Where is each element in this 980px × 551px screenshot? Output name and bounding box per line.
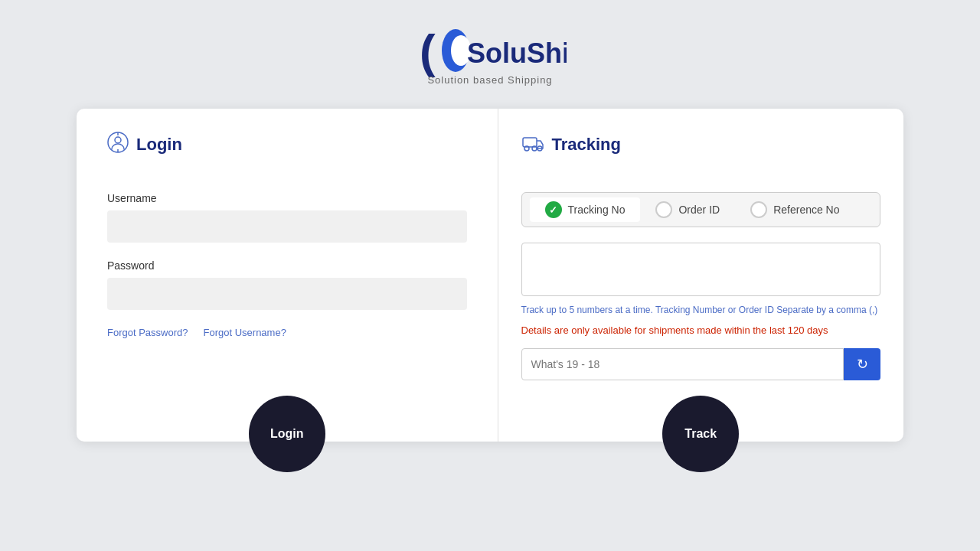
password-group: Password [107,259,467,310]
captcha-refresh-button[interactable]: ↻ [844,348,880,380]
forgot-username-link[interactable]: Forgot Username? [204,327,286,338]
svg-point-5 [115,137,121,143]
captcha-input[interactable] [521,348,844,380]
password-input[interactable] [107,278,467,310]
login-title-bar: Login [107,132,467,169]
track-button[interactable]: Track [662,396,739,472]
svg-rect-8 [523,138,537,147]
logo-subtitle: Solution based Shipping [427,74,552,86]
password-label: Password [107,259,467,272]
radio-tracking-no[interactable]: Tracking No [530,197,641,222]
tracking-warning: Details are only available for shipments… [521,324,881,336]
radio-reference-no-circle [750,201,767,218]
username-input[interactable] [107,210,467,243]
header: ( SoluShip Solution based Shipping [0,0,980,101]
track-button-wrapper: Track [662,396,739,472]
username-group: Username [107,192,467,243]
logo-container: ( SoluShip Solution based Shipping [413,23,567,86]
radio-order-id[interactable]: Order ID [640,197,735,222]
tracking-panel: Tracking Tracking No Order ID Reference … [498,109,904,442]
svg-text:SoluShip: SoluShip [467,37,567,69]
login-title: Login [136,135,182,155]
radio-reference-no-label: Reference No [773,204,839,216]
logo-icon: ( SoluShip [413,23,567,80]
username-label: Username [107,192,467,204]
user-icon [107,132,129,158]
captcha-row: ↻ [521,348,881,380]
forgot-password-link[interactable]: Forgot Password? [107,327,188,338]
radio-order-id-circle [655,201,672,218]
form-links: Forgot Password? Forgot Username? [107,327,467,338]
tracking-title: Tracking [552,135,621,155]
tracking-radio-group: Tracking No Order ID Reference No [521,192,881,227]
tracking-textarea[interactable] [521,243,881,296]
svg-text:(: ( [420,24,436,77]
login-button-wrapper: Login [249,396,325,472]
tracking-hint: Track up to 5 numbers at a time. Trackin… [521,304,881,317]
radio-order-id-label: Order ID [678,204,720,216]
tracking-icon [521,132,544,158]
tracking-title-bar: Tracking [521,132,881,169]
login-button[interactable]: Login [249,396,325,472]
login-panel: Login Username Password Forgot Password?… [77,109,498,442]
radio-reference-no[interactable]: Reference No [735,197,854,222]
radio-tracking-no-label: Tracking No [568,204,626,216]
radio-tracking-no-circle [545,201,562,218]
main-card: Login Username Password Forgot Password?… [77,109,903,442]
